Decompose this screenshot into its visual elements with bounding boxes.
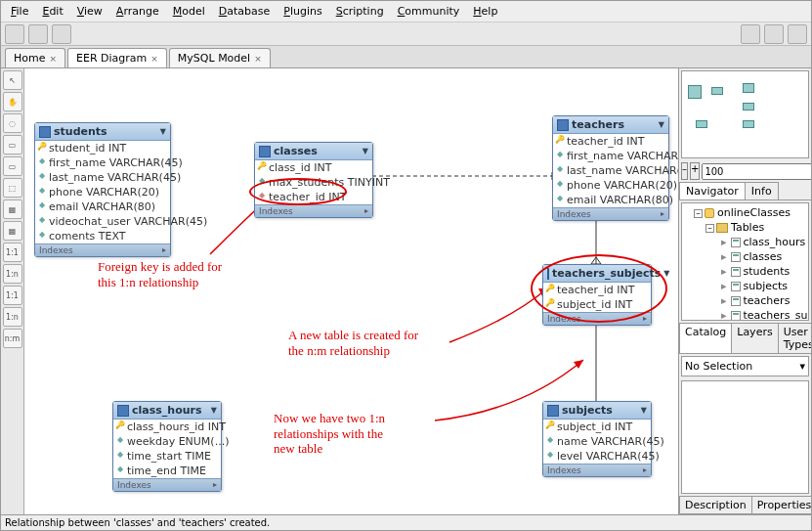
tree-table-teachers[interactable]: ▸ teachers [684, 293, 806, 308]
tab-home[interactable]: Home× [5, 48, 65, 67]
zoom-in-button[interactable]: + [690, 162, 700, 180]
entity-students[interactable]: students▼student_id INTfirst_name VARCHA… [34, 122, 171, 257]
svg-marker-7 [574, 360, 583, 369]
menu-arrange[interactable]: Arrange [110, 3, 165, 20]
tool-button[interactable]: ▭ [3, 135, 22, 155]
tree-table-class_hours[interactable]: ▸ class_hours [684, 235, 806, 249]
tool-button[interactable]: 1:1 [3, 286, 22, 305]
tree-table-subjects[interactable]: ▸ subjects [684, 279, 806, 293]
tab-info[interactable]: Info [745, 182, 779, 199]
toolbar-button[interactable] [28, 24, 48, 44]
toolbar-button[interactable] [52, 24, 71, 44]
side-panel: – + ▾ Navigator Info –onlineClasses –Tab… [679, 68, 811, 514]
tab-usertypes[interactable]: User Types [778, 323, 811, 354]
toolbar-button[interactable] [741, 24, 760, 44]
menu-file[interactable]: File [5, 3, 34, 20]
menu-community[interactable]: Community [392, 3, 466, 20]
close-icon[interactable]: × [254, 54, 262, 64]
menu-model[interactable]: Model [167, 3, 211, 20]
tab-eer-diagram[interactable]: EER Diagram× [67, 48, 167, 67]
annotation-text: Now we have two 1:n relationships with t… [274, 411, 385, 457]
entity-teachers[interactable]: teachers▼teacher_id INTfirst_name VARCHA… [552, 115, 669, 221]
tool-button[interactable]: n:m [3, 329, 22, 348]
annotation-text: A new table is created for the n:m relat… [288, 328, 418, 358]
tool-button[interactable]: ◌ [3, 113, 22, 133]
navigator-tabs: Navigator Info [679, 182, 811, 200]
menu-database[interactable]: Database [213, 3, 277, 20]
menu-plugins[interactable]: Plugins [278, 3, 327, 20]
menu-scripting[interactable]: Scripting [330, 3, 390, 20]
tab-navigator[interactable]: Navigator [679, 182, 746, 199]
entity-subjects[interactable]: subjects▼subject_id INTname VARCHAR(45)l… [542, 401, 652, 477]
navigator-minimap[interactable] [681, 70, 809, 158]
tab-description[interactable]: Description [679, 496, 752, 514]
tool-palette: ↖✋◌▭▭⬚▦▦1:11:n1:11:nn:m [1, 68, 24, 514]
entity-class-hours[interactable]: class_hours▼class_hours_id INTweekday EN… [112, 401, 222, 492]
annotation-text: Foreign key is added for this 1:n relati… [98, 259, 222, 289]
tab-properties[interactable]: Properties [751, 496, 811, 514]
diagram-canvas[interactable]: students▼student_id INTfirst_name VARCHA… [24, 68, 679, 514]
close-icon[interactable]: × [150, 54, 158, 64]
zoom-input[interactable] [702, 163, 811, 180]
tool-button[interactable]: 1:1 [3, 243, 22, 262]
zoom-out-button[interactable]: – [681, 162, 688, 180]
tool-button[interactable]: ⬚ [3, 178, 22, 198]
tab-layers[interactable]: Layers [731, 323, 778, 354]
tool-button[interactable]: ▦ [3, 221, 22, 241]
menubar: FileEditViewArrangeModelDatabasePluginsS… [1, 1, 811, 22]
toolbar-button[interactable] [788, 24, 807, 44]
catalog-tree[interactable]: –onlineClasses –Tables ▸ class_hours▸ cl… [681, 202, 809, 321]
entity-classes[interactable]: classes▼class_id INTmax_students TINYINT… [254, 142, 373, 218]
tool-button[interactable]: ↖ [3, 70, 22, 90]
document-tabs: Home×EER Diagram×MySQL Model× [1, 46, 811, 68]
tab-catalog[interactable]: Catalog [679, 323, 732, 354]
main-toolbar [1, 22, 811, 46]
tool-button[interactable]: 1:n [3, 307, 22, 327]
toolbar-button[interactable] [764, 24, 784, 44]
tool-button[interactable]: ▦ [3, 199, 22, 219]
selection-dropdown[interactable]: No Selection [681, 356, 809, 376]
menu-edit[interactable]: Edit [36, 3, 68, 20]
tab-mysql-model[interactable]: MySQL Model× [169, 48, 271, 67]
tree-table-teachers_subjects[interactable]: ▸ teachers_subjects [684, 308, 806, 321]
status-bar: Relationship between 'classes' and 'teac… [1, 514, 811, 530]
toolbar-button[interactable] [5, 24, 24, 44]
tree-table-students[interactable]: ▸ students [684, 264, 806, 279]
tool-button[interactable]: ✋ [3, 92, 22, 111]
tree-table-classes[interactable]: ▸ classes [684, 249, 806, 264]
menu-help[interactable]: Help [467, 3, 503, 20]
tool-button[interactable]: ▭ [3, 156, 22, 176]
close-icon[interactable]: × [49, 54, 57, 64]
entity-teachers-subjects[interactable]: teachers_subjects▼teacher_id INTsubject_… [542, 264, 652, 326]
menu-view[interactable]: View [71, 3, 108, 20]
tool-button[interactable]: 1:n [3, 264, 22, 284]
